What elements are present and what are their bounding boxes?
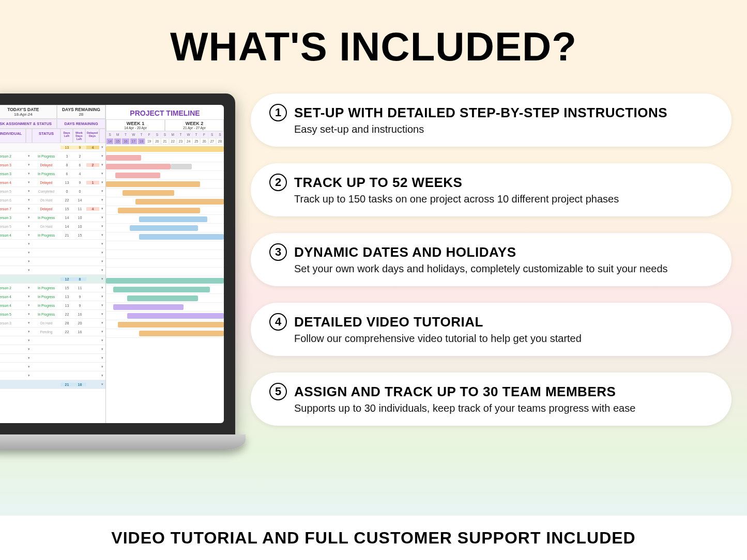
footer-banner: VIDEO TUTORIAL AND FULL CUSTOMER SUPPORT…	[0, 516, 747, 560]
p3-sum-a: 21	[60, 383, 73, 386]
feature-title: TRACK UP TO 52 WEEKS	[294, 175, 462, 191]
feature-title: ASSIGN AND TRACK UP TO 30 TEAM MEMBERS	[294, 384, 616, 400]
page-title: WHAT'S INCLUDED?	[0, 0, 747, 70]
task-row: ▾Person 3▾Delayed862▾	[0, 161, 105, 169]
col-days-left: Days Left	[60, 129, 73, 143]
feature-desc: Track up to 150 tasks on one project acr…	[269, 191, 713, 205]
p1-sum-c: 4	[86, 146, 99, 149]
col-status: STATUS	[32, 129, 60, 143]
gantt-row	[106, 320, 224, 329]
task-row: ▾Person 2▾In Progress32▾	[0, 152, 105, 161]
p1-sum-b: 9	[73, 146, 86, 149]
task-row: ▾Person 5▾Completed00▾	[0, 187, 105, 196]
gantt-row	[106, 329, 224, 338]
feature-item-3: 3 DYNAMIC DATES AND HOLIDAYS Set your ow…	[251, 233, 731, 286]
p2-sum-b: 8	[73, 277, 86, 281]
task-row: ▾Person 4▾In Progress139▾	[0, 292, 105, 301]
feature-title: DETAILED VIDEO TUTORIAL	[294, 314, 483, 330]
task-row: ▾Person 7▾Delayed15114▾	[0, 205, 105, 213]
number-badge: 2	[269, 174, 287, 191]
p3-sum-b: 18	[73, 383, 86, 386]
col-delayed-days: Delayed Days	[85, 129, 99, 143]
gantt-row	[106, 224, 224, 232]
number-badge: 3	[269, 243, 287, 261]
today-date-value: 18-Apr-24	[14, 112, 33, 117]
task-row: ▾Person 6▾On Hold2214▾	[0, 196, 105, 205]
phase2-rows: ▾Person 2▾In Progress1511▾▾Person 4▾In P…	[0, 284, 105, 336]
task-row: ▾Person 3▾In Progress1410▾	[0, 213, 105, 222]
gantt-row	[106, 153, 224, 162]
gantt-row	[106, 303, 224, 312]
feature-item-2: 2 TRACK UP TO 52 WEEKS Track up to 150 t…	[251, 163, 731, 216]
feature-item-4: 4 DETAILED VIDEO TUTORIAL Follow our com…	[251, 303, 731, 356]
task-row: ▾Person 3▾On Hold2820▾	[0, 319, 105, 328]
task-row: ▾Person 4▾In Progress139▾	[0, 301, 105, 310]
feature-item-5: 5 ASSIGN AND TRACK UP TO 30 TEAM MEMBERS…	[251, 372, 731, 426]
task-row: ▾Person 5▾On Hold1410▾	[0, 222, 105, 231]
gantt-row	[106, 312, 224, 320]
p2-sum-a: 12	[60, 277, 73, 281]
timeline-title: PROJECT TIMELINE	[106, 105, 224, 119]
sheet-right-pane: PROJECT TIMELINE WEEK 114 Apr - 20 AprWE…	[106, 105, 224, 423]
number-badge: 1	[269, 104, 287, 121]
gantt-row	[106, 189, 224, 197]
gantt-row	[106, 197, 224, 206]
feature-title: SET-UP WITH DETAILED STEP-BY-STEP INSTRU…	[294, 105, 667, 121]
col-work-days: Work Days Left	[73, 129, 85, 143]
laptop-mockup: TODAY'S DATE 18-Apr-24 DAYS REMAINING 28…	[0, 94, 235, 450]
feature-item-1: 1 SET-UP WITH DETAILED STEP-BY-STEP INST…	[251, 94, 731, 147]
assignment-header: TASK ASSIGNMENT & STATUS	[0, 119, 57, 129]
feature-desc: Set your own work days and holidays, com…	[269, 261, 713, 275]
task-row: ▾Person 5▾In Progress2216▾	[0, 310, 105, 319]
gantt-row	[106, 294, 224, 303]
gantt-row	[106, 232, 224, 241]
days-remaining-label: DAYS REMAINING	[58, 107, 104, 112]
gantt-row	[106, 162, 224, 171]
task-row: ▾Person 4▾In Progress2115▾	[0, 231, 105, 240]
days-remaining-value: 28	[79, 112, 83, 117]
task-row: ▾Person 3▾In Progress64▾	[0, 169, 105, 178]
sheet-left-pane: TODAY'S DATE 18-Apr-24 DAYS REMAINING 28…	[0, 105, 106, 423]
task-row: ▾Person 4▾Delayed1391▾	[0, 178, 105, 187]
days-remaining-sub-header: DAYS REMAINING	[57, 119, 105, 129]
task-row: ▾▾Pending2216▾	[0, 328, 105, 336]
number-badge: 5	[269, 383, 287, 400]
gantt-row	[106, 171, 224, 180]
feature-title: DYNAMIC DATES AND HOLIDAYS	[294, 244, 516, 260]
task-row: ▾Person 2▾In Progress1511▾	[0, 284, 105, 292]
number-badge: 4	[269, 313, 287, 331]
gantt-row	[106, 285, 224, 294]
gantt-row	[106, 180, 224, 189]
feature-list: 1 SET-UP WITH DETAILED STEP-BY-STEP INST…	[235, 94, 747, 426]
gantt-row	[106, 206, 224, 215]
today-date-label: TODAY'S DATE	[0, 107, 55, 112]
gantt-row	[106, 215, 224, 224]
feature-desc: Easy set-up and instructions	[269, 121, 713, 135]
p1-sum-a: 13	[60, 146, 73, 149]
col-individual: INDIVIDUAL	[0, 129, 26, 143]
feature-desc: Supports up to 30 individuals, keep trac…	[269, 400, 713, 414]
feature-desc: Follow our comprehensive video tutorial …	[269, 331, 713, 345]
phase1-rows: ▾Person 2▾In Progress32▾▾Person 3▾Delaye…	[0, 152, 105, 240]
